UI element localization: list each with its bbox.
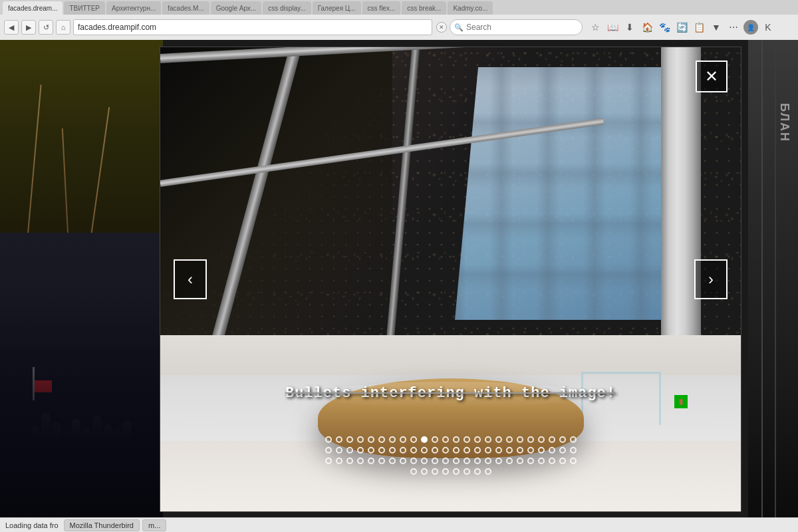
address-input[interactable] xyxy=(73,19,432,35)
bullet-1-3[interactable] xyxy=(357,436,364,443)
bullet-2-5[interactable] xyxy=(378,447,385,454)
bullet-4-2[interactable] xyxy=(432,468,438,475)
taskbar-item-thunderbird[interactable]: Mozilla Thunderbird xyxy=(64,519,140,531)
bullet-1-13[interactable] xyxy=(464,436,470,443)
bullet-1-6[interactable] xyxy=(389,436,396,443)
tab-active[interactable]: facades.dream... xyxy=(3,1,63,15)
bullet-1-1[interactable] xyxy=(336,436,342,443)
bullet-2-8[interactable] xyxy=(410,447,417,454)
home-icon[interactable]: 🏠 xyxy=(640,20,654,35)
bullet-1-4[interactable] xyxy=(368,436,374,443)
bullet-2-6[interactable] xyxy=(389,447,396,454)
avatar-icon[interactable]: 👤 xyxy=(743,20,758,35)
bullet-4-3[interactable] xyxy=(442,468,449,475)
tab-8[interactable]: css break... xyxy=(402,1,446,15)
bullet-2-9[interactable] xyxy=(421,447,428,454)
bullet-2-21[interactable] xyxy=(549,447,555,454)
bullet-2-23[interactable] xyxy=(570,447,577,454)
bullet-2-3[interactable] xyxy=(357,447,364,454)
taskbar-item-m[interactable]: m... xyxy=(142,519,166,531)
tab-5[interactable]: css display... xyxy=(263,1,311,15)
bullet-3-18[interactable] xyxy=(517,458,523,464)
tab-2[interactable]: Архитектурн... xyxy=(106,1,161,15)
bullet-3-17[interactable] xyxy=(506,458,513,464)
bullet-1-23[interactable] xyxy=(570,436,577,443)
bullet-2-18[interactable] xyxy=(517,447,523,454)
bullet-1-9[interactable] xyxy=(421,436,428,443)
download-icon[interactable]: ⬇ xyxy=(622,20,637,35)
forward-button[interactable]: ▶ xyxy=(21,20,36,35)
bullet-2-15[interactable] xyxy=(485,447,491,454)
bullet-2-12[interactable] xyxy=(453,447,460,454)
bullet-1-8[interactable] xyxy=(410,436,417,443)
bullet-3-1[interactable] xyxy=(336,458,342,464)
bullet-1-15[interactable] xyxy=(485,436,491,443)
bullet-3-0[interactable] xyxy=(325,458,332,464)
home-button[interactable]: ⌂ xyxy=(56,20,70,35)
bullet-2-7[interactable] xyxy=(400,447,406,454)
bullet-2-19[interactable] xyxy=(527,447,534,454)
bullet-2-13[interactable] xyxy=(464,447,470,454)
tab-7[interactable]: css flex... xyxy=(362,1,401,15)
bullet-3-15[interactable] xyxy=(485,458,491,464)
bullet-3-4[interactable] xyxy=(368,458,374,464)
bullet-2-16[interactable] xyxy=(495,447,502,454)
bullet-4-4[interactable] xyxy=(453,468,460,475)
tab-6[interactable]: Галерея Ц... xyxy=(313,1,361,15)
bullet-2-1[interactable] xyxy=(336,447,342,454)
menu-icon[interactable]: ▼ xyxy=(709,20,724,35)
bullet-1-16[interactable] xyxy=(495,436,502,443)
bookmark-icon[interactable]: 📖 xyxy=(605,20,620,35)
more-icon[interactable]: K xyxy=(761,20,775,35)
close-button[interactable]: ✕ xyxy=(696,61,728,92)
bullet-2-0[interactable] xyxy=(325,447,332,454)
tab-1[interactable]: ТВИТТЕР xyxy=(64,1,105,15)
tab-3[interactable]: facades.M... xyxy=(162,1,209,15)
bullet-1-22[interactable] xyxy=(559,436,566,443)
bullet-2-10[interactable] xyxy=(432,447,438,454)
shield-icon[interactable]: 🐾 xyxy=(657,20,672,35)
bullet-3-8[interactable] xyxy=(410,458,417,464)
bullet-1-19[interactable] xyxy=(527,436,534,443)
bullet-3-21[interactable] xyxy=(549,458,555,464)
bullet-4-0[interactable] xyxy=(410,468,417,475)
bullet-1-18[interactable] xyxy=(517,436,523,443)
bullet-1-14[interactable] xyxy=(474,436,481,443)
bullet-1-17[interactable] xyxy=(506,436,513,443)
tab-4[interactable]: Google Арх... xyxy=(211,1,261,15)
bullet-3-7[interactable] xyxy=(400,458,406,464)
prev-arrow-button[interactable]: ‹ xyxy=(174,259,207,299)
next-arrow-button[interactable]: › xyxy=(694,259,728,299)
reload-button[interactable]: ↺ xyxy=(39,20,53,35)
tab-9[interactable]: Kadmy.co... xyxy=(448,1,493,15)
bullet-2-22[interactable] xyxy=(559,447,566,454)
bullet-1-0[interactable] xyxy=(325,436,332,443)
bullet-3-23[interactable] xyxy=(570,458,577,464)
sync-icon[interactable]: 🔄 xyxy=(674,20,689,35)
clipboard-icon[interactable]: 📋 xyxy=(692,20,706,35)
bullet-3-13[interactable] xyxy=(464,458,470,464)
bullet-3-19[interactable] xyxy=(527,458,534,464)
bullet-1-20[interactable] xyxy=(538,436,545,443)
bullet-2-17[interactable] xyxy=(506,447,513,454)
star-icon[interactable]: ☆ xyxy=(588,20,602,35)
bullet-1-10[interactable] xyxy=(432,436,438,443)
extend-icon[interactable]: ⋯ xyxy=(726,20,741,35)
bullet-4-6[interactable] xyxy=(474,468,481,475)
bullet-3-12[interactable] xyxy=(453,458,460,464)
bullet-3-2[interactable] xyxy=(346,458,353,464)
bullet-1-2[interactable] xyxy=(346,436,353,443)
bullet-2-2[interactable] xyxy=(346,447,353,454)
bullet-1-11[interactable] xyxy=(442,436,449,443)
bullet-2-11[interactable] xyxy=(442,447,449,454)
bullet-3-6[interactable] xyxy=(389,458,396,464)
bullet-1-12[interactable] xyxy=(453,436,460,443)
bullet-3-16[interactable] xyxy=(495,458,502,464)
bullet-1-5[interactable] xyxy=(378,436,385,443)
bullet-1-21[interactable] xyxy=(549,436,555,443)
search-input[interactable] xyxy=(450,19,583,35)
clear-address-button[interactable]: ✕ xyxy=(436,22,447,33)
bullet-3-11[interactable] xyxy=(442,458,449,464)
bullet-3-10[interactable] xyxy=(432,458,438,464)
bullet-1-7[interactable] xyxy=(400,436,406,443)
